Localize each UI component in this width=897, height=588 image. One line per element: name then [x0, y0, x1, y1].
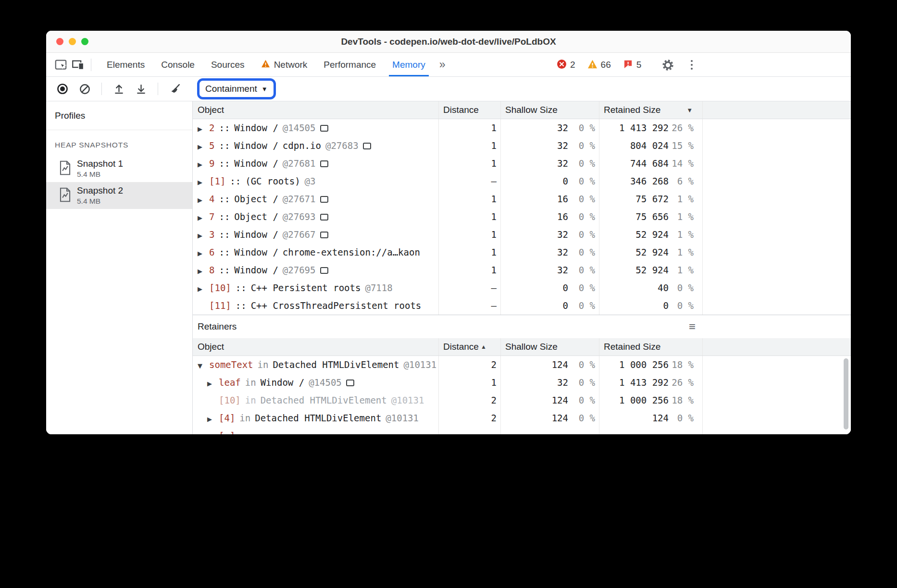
shallow-size-cell: 00 %: [501, 279, 599, 297]
settings-gear-icon[interactable]: [659, 56, 676, 74]
close-button[interactable]: [56, 38, 63, 45]
filler-cell: [703, 392, 851, 409]
table-row[interactable]: ▶5::Window /cdpn.io@276831320 %804 02415…: [193, 137, 851, 155]
snapshot-item[interactable]: Snapshot 25.4 MB: [46, 182, 192, 209]
expand-arrow-icon[interactable]: ▶: [198, 120, 209, 137]
reveal-icon[interactable]: [346, 380, 354, 386]
tab-network[interactable]: Network: [253, 53, 316, 76]
expand-arrow-icon[interactable]: ▶: [198, 191, 209, 208]
retained-size-percent: 26 %: [669, 119, 702, 137]
reveal-icon[interactable]: [320, 196, 328, 203]
filler-cell: [703, 119, 851, 137]
retained-size-percent: 15 %: [669, 137, 702, 155]
table-row[interactable]: […]: [193, 427, 851, 434]
inspect-element-icon[interactable]: [52, 56, 69, 74]
error-counter[interactable]: 2: [557, 59, 575, 71]
retained-size-value: 346 268: [599, 172, 669, 190]
reveal-icon[interactable]: [320, 267, 328, 274]
view-selector-dropdown[interactable]: Containment ▼: [201, 81, 272, 97]
retained-size-percent: 0 %: [669, 409, 702, 427]
column-header-shallow-size[interactable]: Shallow Size: [501, 101, 599, 119]
table-row[interactable]: ▶2::Window /@145051320 %1 413 29226 %: [193, 119, 851, 137]
expand-arrow-icon[interactable]: ▶: [198, 227, 209, 244]
retained-size-value: 52 924: [599, 244, 669, 261]
table-row[interactable]: ▼someTextinDetached HTMLDivElement@10131…: [193, 356, 851, 374]
separator: in: [258, 359, 269, 370]
load-profile-button[interactable]: [109, 79, 128, 98]
expand-arrow-icon[interactable]: ▶: [198, 138, 209, 155]
kebab-menu-icon[interactable]: [683, 56, 700, 74]
table-row[interactable]: ▶3::Window /@276671320 %52 9241 %: [193, 226, 851, 244]
snapshot-list: Snapshot 15.4 MBSnapshot 25.4 MB: [46, 155, 192, 209]
object-cell: ▶4::Object /@27671: [193, 190, 439, 208]
save-profile-button[interactable]: [131, 79, 150, 98]
expand-arrow-icon[interactable]: ▶: [198, 209, 209, 226]
retained-size-cell: 75 6721 %: [599, 190, 703, 208]
separator: ::: [219, 140, 230, 151]
shallow-size-percent: [568, 427, 599, 434]
table-row[interactable]: [10]inDetached HTMLDivElement@1013121240…: [193, 392, 851, 409]
retainers-menu-icon[interactable]: ≡: [689, 321, 696, 332]
snapshot-item[interactable]: Snapshot 15.4 MB: [46, 155, 192, 182]
expand-arrow-icon[interactable]: ▶: [198, 262, 209, 279]
zoom-button[interactable]: [81, 38, 88, 45]
warning-icon: [587, 60, 598, 71]
expand-arrow-icon[interactable]: ▶: [207, 410, 219, 427]
expand-arrow-icon[interactable]: ▼: [198, 357, 209, 374]
table-row[interactable]: ▶[1]::(GC roots)@3–00 %346 2686 %: [193, 172, 851, 190]
object-cell: ▶2::Window /@14505: [193, 119, 439, 137]
expand-arrow-icon[interactable]: ▶: [207, 375, 219, 392]
tab-performance[interactable]: Performance: [315, 53, 384, 76]
table-row[interactable]: ▶4::Object /@276711160 %75 6721 %: [193, 190, 851, 208]
record-heap-snapshot-button[interactable]: [53, 79, 72, 98]
expand-arrow-icon[interactable]: ▶: [198, 156, 209, 172]
table-row[interactable]: ▶[4]inDetached HTMLDivElement@1013121240…: [193, 409, 851, 427]
tab-memory[interactable]: Memory: [384, 53, 434, 76]
tab-elements[interactable]: Elements: [99, 53, 153, 76]
column-header-retained-size[interactable]: Retained Size: [599, 338, 703, 355]
reveal-icon[interactable]: [320, 214, 328, 220]
retained-size-cell: 52 9241 %: [599, 261, 703, 279]
more-tabs-button[interactable]: »: [434, 58, 451, 71]
shallow-size-percent: 0 %: [568, 137, 599, 155]
device-toolbar-icon[interactable]: [69, 56, 87, 74]
expand-arrow-icon[interactable]: ▶: [198, 280, 209, 297]
reveal-icon[interactable]: [320, 160, 328, 167]
reveal-icon[interactable]: [363, 143, 371, 149]
tab-sources[interactable]: Sources: [203, 53, 253, 76]
column-header-shallow-size[interactable]: Shallow Size: [501, 338, 599, 355]
shallow-size-cell: 160 %: [501, 190, 599, 208]
scrollbar-thumb[interactable]: [844, 358, 848, 429]
containment-table: ▶2::Window /@145051320 %1 413 29226 %▶5:…: [193, 119, 851, 315]
tab-console[interactable]: Console: [153, 53, 203, 76]
table-row[interactable]: [11]::C++ CrossThreadPersistent roots–00…: [193, 297, 851, 315]
column-header-retained-size[interactable]: Retained Size ▼: [599, 101, 703, 119]
separator: in: [239, 413, 250, 423]
shallow-size-cell: 1240 %: [501, 356, 599, 374]
column-header-object[interactable]: Object: [193, 101, 439, 119]
table-row[interactable]: ▶8::Window /@276951320 %52 9241 %: [193, 261, 851, 279]
clear-profiles-button[interactable]: [75, 79, 94, 98]
retained-size-value: 1 413 292: [599, 119, 669, 137]
expand-arrow-icon[interactable]: ▶: [198, 173, 209, 190]
reveal-icon[interactable]: [320, 125, 328, 132]
reveal-icon[interactable]: [320, 232, 328, 238]
table-row[interactable]: ▶7::Object /@276931160 %75 6561 %: [193, 208, 851, 226]
table-row[interactable]: ▶leafinWindow /@145051320 %1 413 29226 %: [193, 374, 851, 392]
warning-counter[interactable]: 66: [587, 60, 611, 71]
table-row[interactable]: ▶6::Window /chrome-extension://a…kaon132…: [193, 244, 851, 261]
object-name: Object /: [234, 194, 278, 204]
column-header-distance[interactable]: Distance ▲: [439, 338, 501, 355]
table-row[interactable]: ▶[10]::C++ Persistent roots@7118–00 %400…: [193, 279, 851, 297]
issues-counter[interactable]: 5: [623, 59, 642, 71]
retained-size-value: 75 656: [599, 208, 669, 226]
shallow-size-percent: 0 %: [568, 172, 599, 190]
expand-arrow-icon[interactable]: ▶: [198, 245, 209, 261]
table-row[interactable]: ▶9::Window /@276811320 %744 68414 %: [193, 155, 851, 172]
minimize-button[interactable]: [69, 38, 76, 45]
clear-all-profiles-button[interactable]: [165, 79, 185, 98]
column-header-object[interactable]: Object: [193, 338, 439, 355]
object-id: @3: [305, 176, 316, 186]
error-icon: [557, 59, 567, 71]
column-header-distance[interactable]: Distance: [439, 101, 501, 119]
